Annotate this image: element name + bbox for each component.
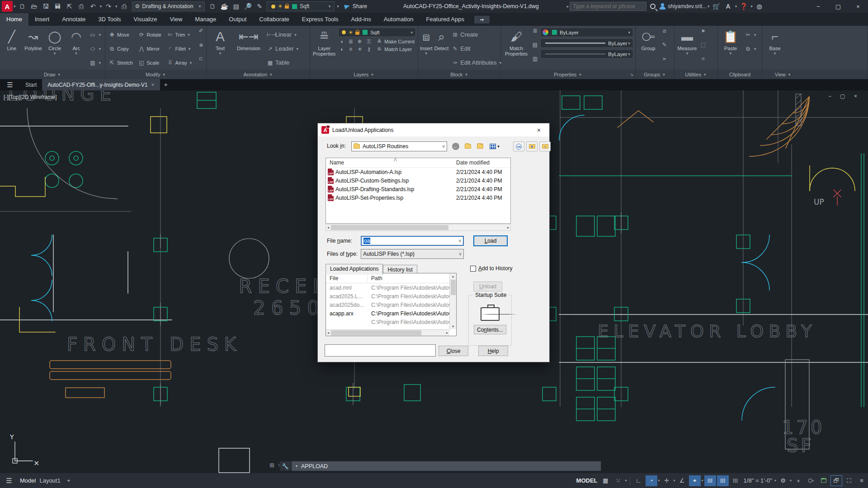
tab-automation[interactable]: Automation	[377, 13, 420, 26]
arc-button[interactable]: ◠Arc▾	[66, 28, 86, 70]
file-browser-list[interactable]: Name ᐱ Date modified AutoLISP-Automation…	[326, 158, 511, 224]
panel-label-utilities[interactable]: Utilities▾	[675, 70, 717, 79]
calculator-icon[interactable]: ⌗	[700, 56, 707, 70]
table-horizontal-scrollbar[interactable]: ◂ ▸	[326, 329, 449, 336]
panel-label-view[interactable]: View▾	[762, 70, 868, 79]
scale-chevron-icon[interactable]: ▾	[774, 479, 777, 483]
linetype-list-icon[interactable]: ▤	[532, 42, 538, 56]
views-button[interactable]: ▾	[487, 141, 502, 151]
tab-view[interactable]: View	[163, 13, 189, 26]
polar-chevron-icon[interactable]: ▾	[658, 479, 660, 483]
copy-button[interactable]: ⧉Copy	[107, 42, 136, 56]
object-snap-3d-icon[interactable]: 𝍖	[717, 475, 729, 486]
cut-button[interactable]: ✂▾	[743, 28, 759, 42]
workspace-selector[interactable]: ⚙ Drafting & Annotation ▾	[132, 1, 205, 11]
load-button[interactable]: Load	[473, 235, 508, 246]
file-column-header[interactable]: File	[326, 275, 368, 282]
search-web-button[interactable]	[513, 141, 524, 151]
status-message-field[interactable]	[325, 344, 436, 357]
group-select-icon[interactable]: ➢	[661, 56, 668, 70]
create-block-button[interactable]: ⊞Create	[450, 28, 479, 42]
plot-style-icon[interactable]: ▥	[532, 56, 538, 70]
command-line-bar[interactable]: 🔧 ▾ APPLOAD	[279, 461, 601, 471]
layout1-tab[interactable]: Layout1	[38, 475, 61, 486]
logo-chevron-icon[interactable]: ▾	[13, 4, 17, 9]
polar-tracking-icon[interactable]: ◔	[646, 475, 657, 486]
add-layout-button[interactable]: +	[63, 475, 75, 486]
move-button[interactable]: ✥Move	[107, 28, 136, 42]
panel-label-annotation[interactable]: Annotation▾	[207, 70, 310, 79]
open-file-icon[interactable]: 🗁	[29, 1, 40, 11]
scale-button[interactable]: ◱Scale	[137, 56, 164, 70]
active-document-tab[interactable]: AutoCAD-FY25-Offi...y-Insights-Demo-V1 ×	[42, 79, 160, 90]
hatch-button[interactable]: ▨▾	[88, 56, 103, 70]
properties-launcher-icon[interactable]: ↘	[630, 72, 633, 77]
user-chevron-icon[interactable]: ▾	[707, 4, 711, 9]
help-chevron-icon[interactable]: ▾	[750, 4, 754, 9]
back-button[interactable]: ←	[450, 141, 461, 151]
tab-output[interactable]: Output	[222, 13, 253, 26]
open-from-web-icon[interactable]: ⇱	[64, 1, 75, 11]
unload-button[interactable]: Unload	[473, 282, 502, 291]
new-drawing-tab-button[interactable]: ＋	[160, 79, 172, 90]
grid-display-icon[interactable]: ▦	[600, 475, 612, 486]
measure-button[interactable]: ▬Measure▾	[676, 28, 698, 70]
path-column-header[interactable]: Path	[368, 275, 382, 282]
ribbon-options-button[interactable]: ▪▾	[474, 16, 490, 23]
osnap-tracking-chevron-icon[interactable]: ▾	[673, 479, 676, 483]
customize-status-bar-icon[interactable]: ≡	[856, 475, 868, 486]
loaded-app-row[interactable]: acapp.arxC:\Program Files\Autodesk\AutoC…	[326, 309, 449, 318]
favorites-button[interactable]: ★	[526, 141, 538, 151]
tab-home[interactable]: Home	[0, 13, 28, 26]
array-button[interactable]: ⠿Array▾	[165, 56, 196, 70]
app-store-cart-icon[interactable]: 🛒	[711, 1, 722, 11]
look-in-combo[interactable]: AutoLISP Routines ˅	[351, 141, 447, 151]
sheet-icon[interactable]: 🗋	[207, 1, 218, 11]
table-button[interactable]: ▦Table	[265, 56, 291, 70]
up-one-level-button[interactable]: ↑	[462, 141, 473, 151]
match-properties-button[interactable]: 🖌 Match Properties	[503, 28, 530, 70]
scroll-thumb[interactable]	[331, 330, 421, 335]
erase-icon[interactable]: ✐	[198, 28, 204, 42]
loaded-applications-table[interactable]: FilePath acad.mnlC:\Program Files\Autode…	[326, 273, 457, 336]
feedback-icon[interactable]: ◍	[754, 1, 765, 11]
close-button[interactable]: Close	[439, 346, 468, 356]
explode-icon[interactable]: ⧇	[198, 42, 204, 56]
viewport-window-buttons[interactable]: − ▢ ×	[828, 93, 861, 99]
object-snap-tracking-icon[interactable]: ✛	[661, 475, 673, 486]
file-row[interactable]: AutoLISP-Automation-A.lsp 2/21/2024 4:40…	[326, 168, 510, 176]
command-input[interactable]: ▾ APPLOAD	[291, 461, 601, 471]
table-vertical-scrollbar[interactable]: ▴ ▾	[449, 273, 456, 329]
graphics-performance-icon[interactable]: 🗗	[830, 475, 842, 486]
plot-icon[interactable]: ⎙	[76, 1, 87, 11]
object-snap-icon[interactable]: 𝍖	[704, 475, 716, 486]
name-column-header[interactable]: Name	[326, 160, 456, 166]
panel-label-modify[interactable]: Modify▾	[105, 70, 206, 79]
layer-on-icon[interactable]: ◗	[338, 46, 345, 52]
scroll-right-icon[interactable]: ▸	[507, 225, 509, 230]
user-avatar-icon[interactable]	[659, 3, 665, 9]
circle-button[interactable]: ◯Circle▾	[45, 28, 65, 70]
rotate-button[interactable]: ⟳Rotate	[137, 28, 164, 42]
layer-off-icon[interactable]: ◖	[338, 38, 345, 45]
layer-properties-button[interactable]: ≞ Layer Properties	[312, 28, 336, 70]
layer-unisolate-icon[interactable]: ≡	[347, 46, 354, 52]
base-button[interactable]: ⌐Base▾	[764, 28, 786, 70]
panel-label-clipboard[interactable]: Clipboard	[718, 70, 762, 79]
files-of-type-combo[interactable]: AutoLISP Files (*.lsp) ˅	[361, 249, 464, 259]
panel-label-groups[interactable]: Groups▾	[636, 70, 674, 79]
file-list-header[interactable]: Name ᐱ Date modified	[326, 158, 510, 168]
leader-button[interactable]: ↗Leader▾	[265, 42, 301, 56]
snap-mode-icon[interactable]: ⁙	[613, 475, 624, 486]
text-button[interactable]: AText▾	[208, 28, 232, 70]
autodesk-access-icon[interactable]: A	[723, 1, 734, 11]
detect-button[interactable]: ⌕Detect	[434, 28, 449, 70]
dialog-title-bar[interactable]: A Load/Unload Applications ×	[318, 123, 549, 136]
canvas-mini-grid-icon[interactable]: ⊞	[269, 462, 274, 469]
help-button[interactable]: Help	[478, 346, 508, 356]
snap-chevron-icon[interactable]: ▾	[625, 479, 627, 483]
redo-icon[interactable]: ↷	[103, 1, 114, 11]
redo-chevron-icon[interactable]: ▾	[114, 4, 118, 9]
search-input[interactable]	[570, 2, 646, 11]
ellipse-button[interactable]: ⬭▾	[88, 42, 103, 56]
